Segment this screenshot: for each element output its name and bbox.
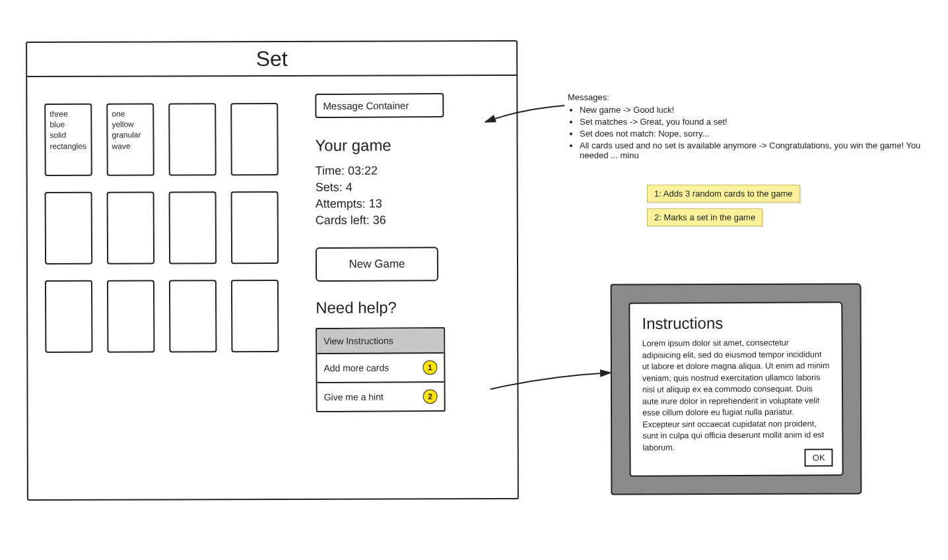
card-text: blue (50, 120, 65, 129)
new-game-button[interactable]: New Game (316, 247, 438, 282)
game-card[interactable]: one yellow granular wave (106, 103, 154, 175)
marker-1-icon: 1 (423, 360, 437, 375)
messages-title: Messages: (568, 92, 937, 102)
message-bullet: Set matches -> Great, you found a set! (580, 117, 937, 127)
sticky-note-2: 2: Marks a set in the game (647, 208, 762, 226)
game-card[interactable]: three blue solid rectangles (44, 104, 92, 176)
game-card[interactable] (45, 192, 93, 264)
stat-value: 36 (373, 214, 386, 227)
game-card[interactable] (107, 191, 155, 264)
stat-cardsleft: Cards left: 36 (316, 213, 500, 228)
sticky-note-1: 1: Adds 3 random cards to the game (647, 185, 800, 202)
button-label: OK (813, 452, 825, 462)
ok-button[interactable]: OK (805, 449, 833, 466)
stat-label: Time: (316, 164, 345, 177)
card-text: solid (50, 131, 66, 140)
help-row-label: View Instructions (323, 335, 393, 346)
help-row-label: Give me a hint (324, 392, 384, 402)
instructions-dialog: Instructions Lorem ipsum dolor sit amet,… (628, 301, 843, 477)
arrow-icon (482, 102, 568, 135)
your-game-heading: Your game (315, 136, 499, 155)
message-bullet: Set does not match: Nope, sorry... (580, 129, 937, 139)
card-text: one (112, 109, 125, 119)
card-grid: three blue solid rectangles one yellow g… (44, 103, 279, 413)
message-bullet: New game -> Good luck! (580, 105, 937, 115)
message-container-label: Message Container (323, 100, 409, 111)
help-panel: View Instructions Add more cards 1 Give … (316, 327, 446, 412)
sticky-text: 1: Adds 3 random cards to the game (654, 189, 793, 199)
dialog-title: Instructions (642, 313, 829, 332)
game-card[interactable] (107, 280, 155, 352)
add-more-cards-row[interactable]: Add more cards 1 (317, 354, 444, 383)
stat-sets: Sets: 4 (316, 180, 500, 195)
title-bar: Set (27, 42, 516, 77)
view-instructions-row[interactable]: View Instructions (317, 328, 444, 354)
app-title: Set (256, 46, 288, 71)
button-label: New Game (349, 257, 405, 270)
game-stats: Time: 03:22 Sets: 4 Attempts: 13 Cards l… (316, 164, 500, 228)
annotations-block: Messages: New game -> Good luck! Set mat… (568, 92, 937, 162)
main-window: Set three blue solid rectangles one yell… (26, 40, 519, 501)
card-text: three (50, 109, 67, 119)
card-text: yellow (112, 120, 133, 129)
help-row-label: Add more cards (323, 363, 389, 374)
game-card[interactable] (169, 280, 217, 352)
messages-list: New game -> Good luck! Set matches -> Gr… (580, 105, 937, 160)
stat-label: Sets: (316, 181, 343, 194)
side-panel: Message Container Your game Time: 03:22 … (315, 93, 500, 412)
stat-label: Attempts: (316, 197, 366, 210)
instructions-dialog-backdrop: Instructions Lorem ipsum dolor sit amet,… (611, 284, 862, 495)
game-card[interactable] (230, 103, 279, 175)
game-card[interactable] (45, 280, 93, 353)
game-card[interactable] (169, 191, 217, 264)
arrow-icon (489, 369, 614, 422)
card-text: wave (112, 141, 130, 150)
game-card[interactable] (231, 280, 279, 352)
stat-value: 03:22 (348, 164, 378, 177)
stat-value: 4 (346, 181, 353, 194)
card-text: granular (112, 131, 141, 140)
message-bullet: All cards used and no set is available a… (580, 140, 937, 160)
game-card[interactable] (168, 103, 217, 175)
sticky-text: 2: Marks a set in the game (654, 212, 755, 222)
stat-label: Cards left: (316, 214, 370, 227)
stat-attempts: Attempts: 13 (316, 197, 500, 211)
stat-time: Time: 03:22 (316, 164, 500, 178)
help-heading: Need help? (316, 298, 500, 317)
stat-value: 13 (369, 197, 382, 210)
message-container: Message Container (315, 93, 444, 118)
game-card[interactable] (231, 191, 279, 264)
dialog-body: Lorem ipsum dolor sit amet, consectetur … (642, 337, 830, 453)
give-hint-row[interactable]: Give me a hint 2 (318, 383, 444, 411)
main-content: three blue solid rectangles one yellow g… (27, 76, 517, 426)
card-text: rectangles (50, 141, 86, 150)
marker-2-icon: 2 (423, 389, 438, 404)
